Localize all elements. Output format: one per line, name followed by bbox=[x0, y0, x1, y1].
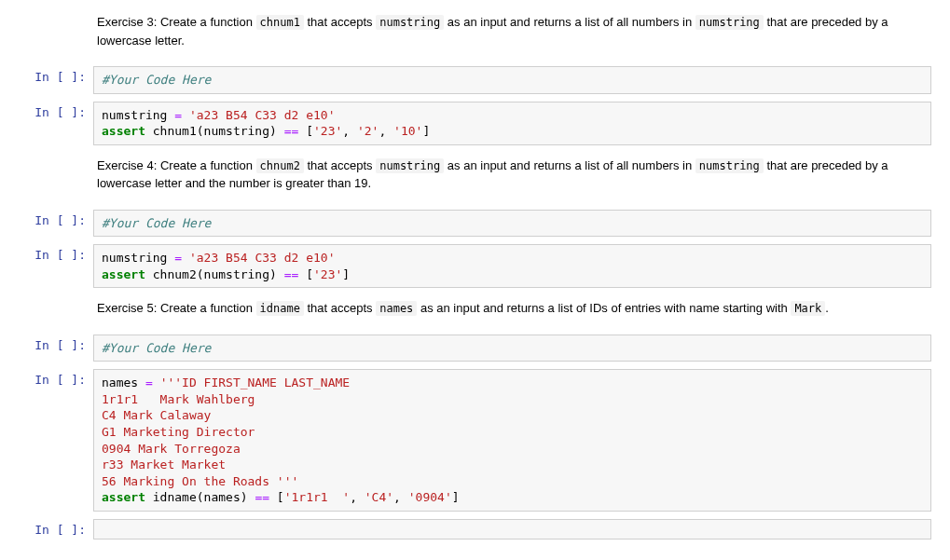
code-text: , bbox=[350, 490, 365, 504]
code-input[interactable]: numstring = 'a23 B54 C33 d2 e10' assert … bbox=[93, 102, 931, 145]
code-cell-your-code-ex4[interactable]: In [ ]: #Your Code Here bbox=[19, 210, 931, 238]
code-text: assert bbox=[102, 124, 145, 138]
input-prompt: In [ ]: bbox=[19, 210, 93, 238]
input-prompt: In [ ]: bbox=[19, 335, 93, 362]
code-text: C4 Mark Calaway bbox=[102, 408, 211, 422]
text: Exercise 3: Create a function bbox=[97, 15, 256, 29]
inline-code: idname bbox=[256, 301, 304, 316]
code-text: ] bbox=[342, 267, 350, 281]
code-text: names bbox=[102, 376, 145, 389]
code-input[interactable]: #Your Code Here bbox=[93, 210, 931, 238]
inline-code: numstring bbox=[376, 15, 444, 30]
code-text: assert bbox=[102, 267, 145, 281]
comment: #Your Code Here bbox=[102, 73, 211, 87]
markdown-cell-ex5: Exercise 5: Create a function idname tha… bbox=[19, 295, 931, 327]
code-text: == bbox=[284, 267, 299, 281]
input-prompt: In [ ]: bbox=[19, 244, 93, 288]
markdown-body: Exercise 3: Create a function chnum1 tha… bbox=[93, 9, 931, 59]
text: Exercise 4: Create a function bbox=[97, 158, 256, 172]
prompt-empty bbox=[19, 153, 93, 202]
input-prompt: In [ ]: bbox=[19, 102, 93, 145]
prompt-empty bbox=[19, 9, 93, 59]
code-text: '2' bbox=[357, 124, 379, 138]
code-text: [ bbox=[298, 267, 313, 281]
input-prompt: In [ ]: bbox=[19, 369, 93, 511]
prompt-empty bbox=[19, 295, 93, 327]
code-text: 'a23 B54 C33 d2 e10' bbox=[189, 251, 336, 265]
code-text: 'a23 B54 C33 d2 e10' bbox=[189, 108, 336, 122]
code-text: [ bbox=[298, 124, 313, 138]
code-cell-ex3-test[interactable]: In [ ]: numstring = 'a23 B54 C33 d2 e10'… bbox=[19, 102, 931, 145]
code-cell-ex5-test[interactable]: In [ ]: names = '''ID FIRST_NAME LAST_NA… bbox=[19, 369, 931, 511]
code-text: '10' bbox=[393, 124, 422, 138]
inline-code: names bbox=[376, 301, 417, 316]
code-text: G1 Marketing Director bbox=[102, 425, 255, 439]
code-text: r33 Market Market bbox=[102, 458, 226, 471]
inline-code: chnum1 bbox=[256, 15, 304, 30]
code-text: numstring bbox=[102, 108, 174, 122]
inline-code: Mark bbox=[791, 301, 825, 316]
text: . bbox=[825, 301, 829, 315]
markdown-cell-ex4: Exercise 4: Create a function chnum2 tha… bbox=[19, 153, 931, 202]
input-prompt: In [ ]: bbox=[19, 66, 93, 94]
inline-code: numstring bbox=[695, 158, 764, 173]
inline-code: chnum2 bbox=[256, 158, 304, 173]
comment: #Your Code Here bbox=[102, 216, 211, 230]
inline-code: numstring bbox=[376, 158, 444, 173]
code-text: 'C4' bbox=[365, 490, 393, 504]
code-text: == bbox=[284, 124, 299, 138]
text: that accepts bbox=[304, 301, 376, 315]
markdown-body: Exercise 5: Create a function idname tha… bbox=[93, 295, 931, 327]
text: that accepts bbox=[304, 158, 376, 172]
code-text: = bbox=[174, 251, 189, 265]
text: as an input and returns a list of all nu… bbox=[444, 15, 695, 29]
code-text: = bbox=[174, 108, 189, 122]
code-cell-your-code-ex3[interactable]: In [ ]: #Your Code Here bbox=[19, 66, 931, 94]
code-text: chnum2(numstring) bbox=[145, 267, 284, 281]
text: that accepts bbox=[304, 15, 376, 29]
code-text: assert bbox=[102, 490, 145, 504]
text: as an input and returns a list of all nu… bbox=[444, 158, 695, 172]
code-text: , bbox=[393, 490, 408, 504]
code-text: [ bbox=[269, 490, 284, 504]
code-text: ] bbox=[452, 490, 460, 504]
code-cell-ex4-test[interactable]: In [ ]: numstring = 'a23 B54 C33 d2 e10'… bbox=[19, 244, 931, 288]
code-text: 0904 Mark Torregoza bbox=[102, 442, 241, 456]
code-input[interactable] bbox=[93, 519, 931, 540]
code-input[interactable]: names = '''ID FIRST_NAME LAST_NAME 1r1r1… bbox=[93, 369, 931, 511]
code-text: 56 Marking On the Roads ''' bbox=[102, 474, 298, 488]
code-text: '23' bbox=[313, 124, 342, 138]
code-text: idname(names) bbox=[145, 490, 255, 504]
code-text: 1r1r1 Mark Wahlberg bbox=[102, 392, 255, 406]
code-text: chnum1(numstring) bbox=[145, 124, 284, 138]
code-input[interactable]: numstring = 'a23 B54 C33 d2 e10' assert … bbox=[93, 244, 931, 288]
code-text: numstring bbox=[102, 251, 174, 265]
code-text: '''ID FIRST_NAME LAST_NAME bbox=[160, 376, 351, 389]
code-text: , bbox=[342, 124, 357, 138]
code-text: '23' bbox=[313, 267, 342, 281]
text: as an input and returns a list of IDs of… bbox=[417, 301, 791, 315]
comment: #Your Code Here bbox=[102, 341, 211, 355]
markdown-body: Exercise 4: Create a function chnum2 tha… bbox=[93, 153, 931, 202]
code-text: '0904' bbox=[408, 490, 452, 504]
input-prompt: In [ ]: bbox=[19, 519, 93, 540]
code-cell-empty[interactable]: In [ ]: bbox=[19, 519, 931, 540]
code-input[interactable]: #Your Code Here bbox=[93, 335, 931, 362]
inline-code: numstring bbox=[695, 15, 764, 30]
code-input[interactable]: #Your Code Here bbox=[93, 66, 931, 94]
markdown-cell-ex3: Exercise 3: Create a function chnum1 tha… bbox=[19, 9, 931, 59]
code-text: , bbox=[379, 124, 393, 138]
text: Exercise 5: Create a function bbox=[97, 301, 256, 315]
code-text: == bbox=[255, 490, 269, 504]
code-cell-your-code-ex5[interactable]: In [ ]: #Your Code Here bbox=[19, 335, 931, 362]
code-text: '1r1r1 ' bbox=[284, 490, 350, 504]
code-text: ] bbox=[422, 124, 430, 138]
code-text: = bbox=[145, 376, 160, 389]
